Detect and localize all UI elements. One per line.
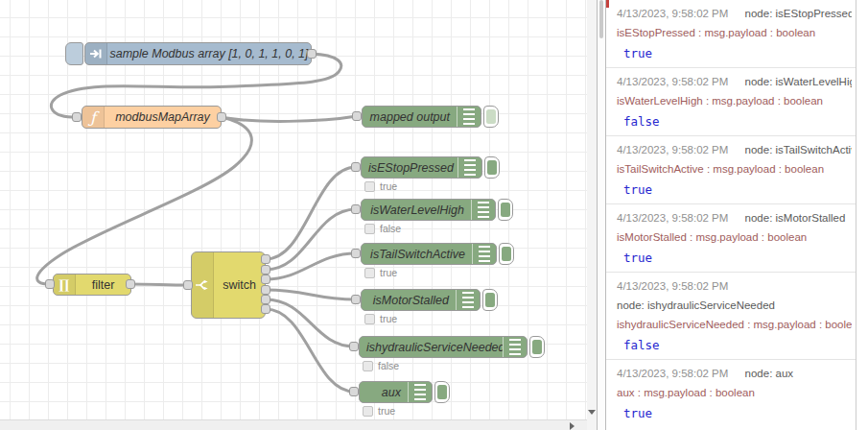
inject-button[interactable] — [65, 42, 83, 65]
debug-input-port[interactable] — [351, 295, 361, 304]
debug-toggle-button[interactable] — [483, 106, 499, 128]
node-label: sample Modbus array [1, 0, 1, 1, 0, 1] — [107, 43, 311, 64]
flow-canvas: sample Modbus array [1, 0, 1, 1, 0, 1] ƒ… — [0, 0, 597, 430]
switch-output-port-6[interactable] — [261, 304, 270, 314]
function-icon: ƒ — [82, 107, 105, 128]
debug-icon — [472, 244, 496, 264]
splitter-thumb[interactable] — [599, 0, 603, 38]
node-label: mapped output — [363, 110, 457, 124]
message-meta: aux : msg.payload : boolean — [617, 383, 852, 403]
switch-output-port-1[interactable] — [261, 254, 270, 264]
filter-node[interactable]: ∏ filter — [53, 274, 131, 296]
switch-output-port-4[interactable] — [261, 285, 270, 295]
debug-toggle-button[interactable] — [529, 336, 545, 358]
function-input-port[interactable] — [72, 112, 82, 122]
debug-toggle-button[interactable] — [499, 243, 514, 265]
inject-output-port[interactable] — [307, 49, 317, 59]
debug-icon — [471, 200, 495, 220]
filter-output-port[interactable] — [126, 279, 135, 289]
sidebar-splitter[interactable] — [597, 0, 606, 430]
status-text: true — [380, 180, 397, 192]
switch-node[interactable]: switch — [191, 251, 266, 319]
debug-input-port[interactable] — [349, 342, 359, 351]
message-timestamp: 4/13/2023, 9:58:02 PM — [617, 144, 728, 155]
filter-icon: ∏ — [54, 275, 76, 295]
message-node: node: ishydraulicServiceNeeded — [617, 299, 775, 311]
message-node: node: isEStopPressed — [745, 8, 852, 19]
debug-message[interactable]: 4/13/2023, 9:58:02 PM node: isEStopPress… — [606, 0, 856, 68]
inject-icon — [85, 43, 107, 64]
message-node: node: aux — [745, 368, 794, 379]
debug-input-port[interactable] — [352, 111, 362, 121]
function-node[interactable]: ƒ modbusMapArray — [82, 106, 222, 129]
debug-input-port[interactable] — [351, 162, 361, 172]
message-timestamp: 4/13/2023, 9:58:02 PM — [617, 368, 728, 379]
node-label: filter — [76, 275, 130, 295]
horizontal-scrollbar[interactable] — [0, 419, 587, 430]
notification-sliver — [606, 0, 609, 8]
message-node: node: isWaterLevelHigh — [745, 76, 852, 87]
debug-message[interactable]: 4/13/2023, 9:58:02 PM node: isTailSwitch… — [606, 136, 856, 204]
node-status: true — [363, 405, 395, 417]
node-label: isWaterLevelHigh — [362, 203, 471, 217]
debug-node-isEStopPressed[interactable]: isEStopPressed — [361, 156, 500, 179]
message-value: true — [617, 248, 852, 268]
debug-icon — [457, 157, 481, 178]
message-timestamp: 4/13/2023, 9:58:02 PM — [617, 212, 728, 224]
debug-input-port[interactable] — [351, 249, 361, 258]
scroll-down-icon[interactable] — [588, 410, 596, 415]
debug-node-ishydraulicServiceNeeded[interactable]: ishydraulicServiceNeeded — [359, 336, 545, 358]
switch-output-port-3[interactable] — [261, 275, 270, 284]
debug-node-isWaterLevelHigh[interactable]: isWaterLevelHigh — [361, 199, 513, 221]
switch-input-port[interactable] — [183, 280, 193, 290]
status-text: false — [378, 360, 399, 371]
switch-output-port-2[interactable] — [261, 265, 270, 275]
debug-node-isTailSwitchActive[interactable]: isTailSwitchActive — [361, 243, 514, 265]
status-text: true — [380, 267, 397, 278]
node-label: isEStopPressed — [362, 161, 457, 175]
inject-node[interactable]: sample Modbus array [1, 0, 1, 1, 0, 1] — [84, 42, 312, 65]
status-dot — [364, 181, 375, 192]
message-node: node: isTailSwitchActive — [745, 144, 852, 155]
node-status: true — [364, 180, 397, 192]
debug-node-isMotorStalled[interactable]: isMotorStalled — [361, 289, 498, 311]
debug-toggle-button[interactable] — [434, 381, 450, 403]
debug-toggle-button[interactable] — [484, 156, 500, 179]
debug-message[interactable]: 4/13/2023, 9:58:02 PM node: isMotorStall… — [606, 204, 856, 273]
debug-sidebar: 4/13/2023, 9:58:02 PM node: isEStopPress… — [606, 0, 856, 430]
debug-toggle-button[interactable] — [482, 289, 498, 311]
message-meta: ishydraulicServiceNeeded : msg.payload :… — [617, 315, 852, 335]
switch-output-port-5[interactable] — [261, 295, 270, 304]
status-text: false — [380, 223, 401, 234]
debug-icon — [503, 337, 527, 357]
debug-message[interactable]: 4/13/2023, 9:58:02 PM node: isWaterLevel… — [606, 68, 856, 136]
scroll-right-icon[interactable] — [570, 422, 575, 430]
node-status: true — [364, 313, 397, 324]
message-node: node: isMotorStalled — [745, 212, 846, 224]
node-status: false — [363, 360, 399, 371]
debug-icon — [457, 107, 481, 127]
node-label: switch — [214, 252, 265, 318]
message-timestamp: 4/13/2023, 9:58:02 PM — [617, 76, 728, 87]
status-dot — [363, 406, 373, 417]
debug-input-port[interactable] — [351, 204, 361, 214]
debug-message[interactable]: 4/13/2023, 9:58:02 PM node: ishydraulicS… — [606, 273, 856, 360]
debug-icon — [408, 382, 432, 402]
debug-node-mapped-output[interactable]: mapped output — [362, 106, 499, 128]
message-value: false — [617, 335, 852, 355]
debug-node-aux[interactable]: aux — [359, 381, 450, 403]
debug-input-port[interactable] — [349, 387, 359, 396]
status-dot — [364, 224, 375, 234]
message-meta: isEStopPressed : msg.payload : boolean — [617, 23, 852, 43]
node-label: ishydraulicServiceNeeded — [360, 341, 503, 354]
node-status: true — [364, 267, 397, 278]
vertical-scrollbar[interactable] — [587, 0, 597, 430]
debug-toggle-button[interactable] — [498, 199, 513, 221]
message-meta: isMotorStalled : msg.payload : boolean — [617, 227, 852, 248]
filter-input-port[interactable] — [45, 279, 55, 289]
switch-icon — [192, 252, 214, 318]
message-value: true — [617, 403, 852, 423]
debug-message[interactable]: 4/13/2023, 9:58:02 PM node: aux aux : ms… — [606, 360, 856, 427]
function-output-port[interactable] — [217, 112, 226, 122]
node-status: false — [364, 223, 401, 234]
